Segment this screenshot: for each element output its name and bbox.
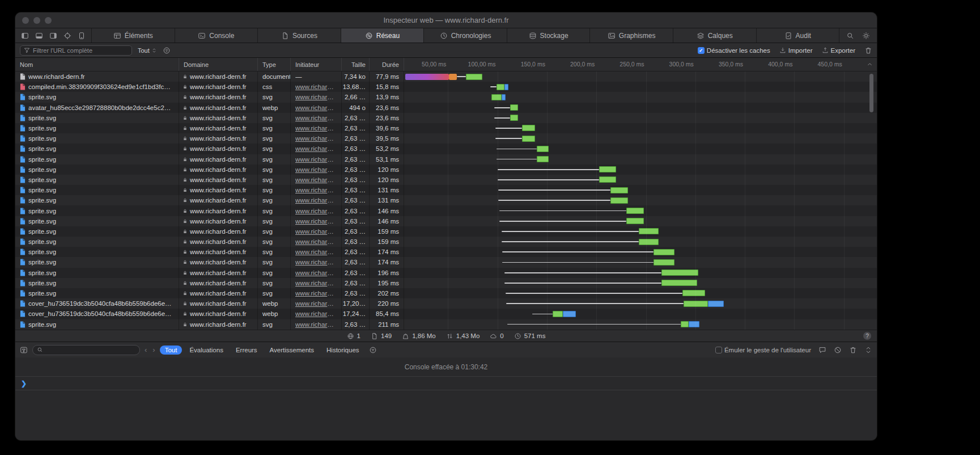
request-initiator-link[interactable]: www.richard-d…: [295, 187, 337, 193]
request-initiator-link[interactable]: www.richard-d…: [295, 248, 337, 255]
request-initiator-link[interactable]: www.richard-d…: [295, 94, 337, 100]
table-row[interactable]: sprite.svg www.richard-dern.fr svg www.r…: [15, 257, 877, 267]
request-initiator-link[interactable]: www.richard-d…: [295, 135, 337, 142]
request-initiator-link[interactable]: www.richard-d…: [295, 280, 337, 287]
console-tab-errors[interactable]: Erreurs: [231, 346, 262, 355]
request-initiator-link[interactable]: www.richard-d…: [295, 269, 337, 276]
table-row[interactable]: sprite.svg www.richard-dern.fr svg www.r…: [15, 144, 877, 154]
table-row[interactable]: sprite.svg www.richard-dern.fr svg www.r…: [15, 185, 877, 195]
tab-timelines[interactable]: Chronologies: [424, 28, 507, 43]
request-initiator-link[interactable]: www.richard-d…: [295, 310, 337, 317]
request-initiator-link[interactable]: www.richard-d…: [295, 104, 337, 111]
column-header-domain[interactable]: Domaine: [179, 58, 258, 71]
request-initiator-link[interactable]: www.richard-d…: [295, 238, 337, 245]
minimize-window-button[interactable]: [33, 17, 40, 24]
trash-icon[interactable]: [849, 346, 857, 354]
request-initiator-link[interactable]: www.richard-d…: [295, 197, 337, 204]
table-row[interactable]: sprite.svg www.richard-dern.fr svg www.r…: [15, 113, 877, 123]
table-row[interactable]: sprite.svg www.richard-dern.fr svg www.r…: [15, 175, 877, 185]
request-initiator-link[interactable]: www.richard-d…: [295, 321, 337, 328]
expand-console-icon[interactable]: [864, 346, 872, 354]
console-messages-icon[interactable]: [818, 346, 826, 354]
console-filter-icon[interactable]: [20, 346, 28, 354]
table-row[interactable]: sprite.svg www.richard-dern.fr svg www.r…: [15, 165, 877, 175]
console-tab-logs[interactable]: Historiques: [321, 346, 364, 355]
tab-elements[interactable]: Éléments: [92, 28, 175, 43]
next-scope-icon[interactable]: ›: [152, 346, 155, 354]
table-row[interactable]: sprite.svg www.richard-dern.fr svg www.r…: [15, 133, 877, 144]
column-header-type[interactable]: Type: [258, 58, 291, 71]
tab-layers[interactable]: Calques: [673, 28, 757, 43]
request-initiator-link[interactable]: www.richard-d…: [295, 115, 337, 121]
status-filter-icon[interactable]: [163, 47, 171, 54]
gear-icon[interactable]: [862, 32, 870, 40]
request-initiator-link[interactable]: www.richard-d…: [295, 228, 337, 235]
tab-storage[interactable]: Stockage: [507, 28, 591, 43]
device-icon[interactable]: [78, 32, 86, 40]
console-prompt-row[interactable]: ❯: [15, 377, 877, 390]
table-row[interactable]: sprite.svg www.richard-dern.fr svg www.r…: [15, 237, 877, 247]
table-row[interactable]: sprite.svg www.richard-dern.fr svg www.r…: [15, 205, 877, 216]
request-initiator-link[interactable]: www.richard-d…: [295, 145, 337, 152]
console-tab-evaluations[interactable]: Évaluations: [184, 346, 228, 355]
table-row[interactable]: sprite.svg www.richard-dern.fr svg www.r…: [15, 278, 877, 288]
column-header-size[interactable]: Taille: [342, 58, 370, 71]
request-initiator-link[interactable]: www.richard-d…: [295, 300, 337, 307]
previous-scope-icon[interactable]: ‹: [145, 346, 147, 354]
request-initiator-link[interactable]: www.richard-d…: [295, 208, 337, 214]
trash-icon[interactable]: [864, 47, 872, 54]
emulate-user-gesture-checkbox[interactable]: Émuler le geste de l'utilisateur: [715, 347, 811, 353]
request-initiator-link[interactable]: www.richard-d…: [295, 83, 337, 90]
element-picker-icon[interactable]: [63, 32, 71, 40]
zoom-window-button[interactable]: [45, 17, 52, 24]
tab-sources[interactable]: Sources: [258, 28, 341, 43]
request-initiator-link[interactable]: www.richard-d…: [295, 290, 337, 297]
table-row[interactable]: cover_hu736519dc3b5040cfa48b6b559b6de6ec…: [15, 298, 877, 309]
table-row[interactable]: sprite.svg www.richard-dern.fr svg www.r…: [15, 288, 877, 298]
more-filters-icon[interactable]: [369, 346, 377, 354]
url-filter-input[interactable]: Filtrer l'URL complète: [20, 45, 132, 56]
table-row[interactable]: sprite.svg www.richard-dern.fr svg www.r…: [15, 216, 877, 226]
collapse-timeline-icon[interactable]: [867, 61, 873, 68]
close-window-button[interactable]: [22, 17, 29, 24]
column-header-duration[interactable]: Durée: [370, 58, 404, 71]
disable-caches-checkbox[interactable]: ✓ Désactiver les caches: [698, 47, 770, 54]
request-initiator-link[interactable]: www.richard-d…: [295, 176, 337, 183]
clear-console-icon[interactable]: [834, 346, 842, 354]
request-initiator-link[interactable]: www.richard-d…: [295, 259, 337, 266]
request-initiator-link[interactable]: www.richard-d…: [295, 218, 337, 225]
console-tab-warnings[interactable]: Avertissements: [265, 346, 319, 355]
request-initiator-link[interactable]: www.richard-d…: [295, 166, 337, 173]
dock-right-icon[interactable]: [49, 32, 57, 40]
export-button[interactable]: Exporter: [822, 47, 855, 54]
table-row[interactable]: sprite.svg www.richard-dern.fr svg www.r…: [15, 268, 877, 278]
dock-left-icon[interactable]: [21, 32, 29, 40]
table-row[interactable]: sprite.svg www.richard-dern.fr svg www.r…: [15, 92, 877, 102]
table-row[interactable]: cover_hu736519dc3b5040cfa48b6b559b6de6ec…: [15, 309, 877, 319]
table-row[interactable]: www.richard-dern.fr www.richard-dern.fr …: [15, 71, 877, 82]
tab-console[interactable]: Console: [175, 28, 258, 43]
table-row[interactable]: sprite.svg www.richard-dern.fr svg www.r…: [15, 123, 877, 133]
tab-graphics[interactable]: Graphismes: [590, 28, 673, 43]
table-row[interactable]: sprite.svg www.richard-dern.fr svg www.r…: [15, 195, 877, 205]
resource-type-select[interactable]: Tout: [138, 47, 157, 54]
table-row[interactable]: sprite.svg www.richard-dern.fr svg www.r…: [15, 226, 877, 237]
console-tab-all[interactable]: Tout: [160, 346, 183, 355]
column-header-name[interactable]: Nom: [15, 58, 179, 71]
dock-bottom-icon[interactable]: [35, 32, 43, 40]
vertical-scrollbar[interactable]: [869, 74, 873, 112]
tab-audit[interactable]: Audit: [757, 28, 840, 43]
request-initiator-link[interactable]: www.richard-d…: [295, 125, 337, 132]
request-initiator-link[interactable]: www.richard-d…: [295, 156, 337, 163]
title-bar[interactable]: Inspecteur web — www.richard-dern.fr: [15, 12, 877, 28]
console-search-input[interactable]: [32, 345, 140, 355]
table-row[interactable]: avatar_hu85ecc3e298728880b0bde2dcc4e5c23…: [15, 103, 877, 113]
table-row[interactable]: compiled.min.38390909f303624ed9e1cf1bd3f…: [15, 82, 877, 92]
table-row[interactable]: sprite.svg www.richard-dern.fr svg www.r…: [15, 154, 877, 165]
import-button[interactable]: Importer: [779, 47, 813, 54]
tab-network[interactable]: Réseau: [341, 28, 425, 43]
column-header-initiator[interactable]: Initiateur: [291, 58, 342, 71]
help-button[interactable]: ?: [863, 332, 871, 340]
search-icon[interactable]: [846, 32, 854, 40]
table-row[interactable]: sprite.svg www.richard-dern.fr svg www.r…: [15, 319, 877, 330]
